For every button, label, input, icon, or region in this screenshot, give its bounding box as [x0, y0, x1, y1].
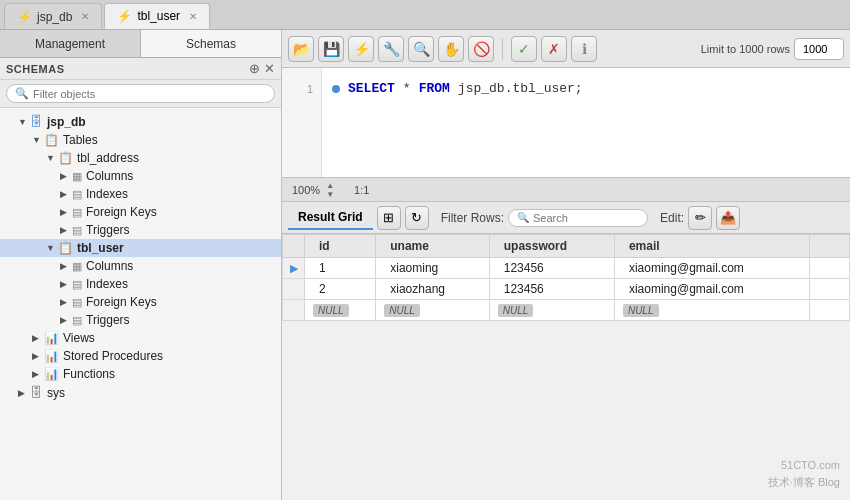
refresh-button[interactable]: ↻: [405, 206, 429, 230]
edit-pencil-button[interactable]: ✏: [688, 206, 712, 230]
tab-result-grid[interactable]: Result Grid: [288, 206, 373, 230]
tree-item-tables[interactable]: ▼ 📋 Tables: [0, 131, 281, 149]
hand-button[interactable]: ✋: [438, 36, 464, 62]
tree-label-views: Views: [63, 331, 95, 345]
col-header-upassword[interactable]: upassword: [489, 235, 614, 258]
null-indicator: [283, 300, 305, 321]
null-id: NULL: [305, 300, 376, 321]
col-header-uname[interactable]: uname: [376, 235, 489, 258]
row-indicator-2: [283, 279, 305, 300]
edit-export-button[interactable]: 📤: [716, 206, 740, 230]
table-row[interactable]: 2 xiaozhang 123456 xiaoming@gmail.com: [283, 279, 850, 300]
magnify-button[interactable]: 🔍: [408, 36, 434, 62]
tree-item-columns-user[interactable]: ▶ ▦ Columns: [0, 257, 281, 275]
filter-rows-search[interactable]: 🔍: [508, 209, 648, 227]
tree-item-columns-addr[interactable]: ▶ ▦ Columns: [0, 167, 281, 185]
tree-label-sys: sys: [47, 386, 65, 400]
zoom-status: 100% ▲ ▼: [292, 181, 334, 199]
cancel-button[interactable]: ✗: [541, 36, 567, 62]
open-file-button[interactable]: 📂: [288, 36, 314, 62]
arrow-idx-addr-icon: ▶: [60, 189, 72, 199]
tree-label-indexes-addr: Indexes: [86, 187, 128, 201]
results-tabs-bar: Result Grid ⊞ ↻ Filter Rows: 🔍 Edit: ✏ 📤: [282, 202, 850, 234]
arrow-views-icon: ▶: [32, 333, 44, 343]
top-tab-bar: ⚡ jsp_db ✕ ⚡ tbl_user ✕: [0, 0, 850, 30]
tree-label-triggers-addr: Triggers: [86, 223, 130, 237]
fn-icon: 📊: [44, 367, 59, 381]
tree-item-triggers-addr[interactable]: ▶ ▤ Triggers: [0, 221, 281, 239]
filter-input[interactable]: [33, 88, 266, 100]
zoom-down-icon[interactable]: ▼: [326, 190, 334, 199]
fk-addr-icon: ▤: [72, 206, 82, 219]
add-schema-icon[interactable]: ⊕: [249, 61, 260, 76]
null-badge-email: NULL: [623, 304, 659, 317]
limit-label: Limit to 1000 rows: [701, 43, 790, 55]
tree-item-indexes-addr[interactable]: ▶ ▤ Indexes: [0, 185, 281, 203]
arrow-fn-icon: ▶: [32, 369, 44, 379]
sql-table-name: jsp_db.tbl_user;: [458, 78, 583, 100]
results-area: Result Grid ⊞ ↻ Filter Rows: 🔍 Edit: ✏ 📤: [282, 202, 850, 500]
filter-rows-input[interactable]: [533, 212, 639, 224]
tree-item-jsp-db[interactable]: ▼ 🗄 jsp_db: [0, 112, 281, 131]
arrow-trig-addr-icon: ▶: [60, 225, 72, 235]
zoom-value: 100%: [292, 184, 320, 196]
tree-label-tbl-user: tbl_user: [77, 241, 124, 255]
sidebar: Management Schemas SCHEMAS ⊕ ✕ 🔍: [0, 30, 282, 500]
sidebar-tab-schemas[interactable]: Schemas: [141, 30, 281, 57]
stop-button[interactable]: 🚫: [468, 36, 494, 62]
close-sidebar-icon[interactable]: ✕: [264, 61, 275, 76]
position-status: 1:1: [354, 184, 369, 196]
tree-item-views[interactable]: ▶ 📊 Views: [0, 329, 281, 347]
tab-tbl-user[interactable]: ⚡ tbl_user ✕: [104, 3, 210, 29]
tab-close-jsp-db[interactable]: ✕: [81, 11, 89, 22]
limit-row-input[interactable]: 1000: [794, 38, 844, 60]
sidebar-tab-management[interactable]: Management: [0, 30, 141, 57]
table-wrap[interactable]: id uname upassword email ▶ 1 xiaoming 1: [282, 234, 850, 500]
sidebar-header-icons: ⊕ ✕: [249, 61, 275, 76]
null-badge-upassword: NULL: [498, 304, 534, 317]
tab-label-jsp-db: jsp_db: [37, 10, 72, 24]
arrow-idx-user-icon: ▶: [60, 279, 72, 289]
run-query-button[interactable]: ⚡: [348, 36, 374, 62]
null-upassword: NULL: [489, 300, 614, 321]
columns-user-icon: ▦: [72, 260, 82, 273]
line-indicator-dot: [332, 85, 340, 93]
tree-item-tbl-user[interactable]: ▼ 📋 tbl_user: [0, 239, 281, 257]
table-row[interactable]: ▶ 1 xiaoming 123456 xiaoming@gmail.com: [283, 258, 850, 279]
sql-line-1: SELECT * FROM jsp_db.tbl_user;: [332, 78, 840, 100]
tree-item-triggers-user[interactable]: ▶ ▤ Triggers: [0, 311, 281, 329]
zoom-stepper[interactable]: ▲ ▼: [326, 181, 334, 199]
wrench-button[interactable]: 🔧: [378, 36, 404, 62]
editor-content[interactable]: SELECT * FROM jsp_db.tbl_user;: [322, 68, 850, 177]
cell-upassword-1: 123456: [489, 258, 614, 279]
trig-user-icon: ▤: [72, 314, 82, 327]
tab-close-tbl-user[interactable]: ✕: [189, 11, 197, 22]
tree-label-columns-user: Columns: [86, 259, 133, 273]
save-button[interactable]: 💾: [318, 36, 344, 62]
confirm-button[interactable]: ✓: [511, 36, 537, 62]
tree-item-sys[interactable]: ▶ 🗄 sys: [0, 383, 281, 402]
db-icon: 🗄: [30, 114, 43, 129]
editor-gutter: 1: [282, 68, 322, 177]
info-button[interactable]: ℹ: [571, 36, 597, 62]
tree-item-fk-user[interactable]: ▶ ▤ Foreign Keys: [0, 293, 281, 311]
tree-item-tbl-address[interactable]: ▼ 📋 tbl_address: [0, 149, 281, 167]
tree-label-functions: Functions: [63, 367, 115, 381]
tab-jsp-db[interactable]: ⚡ jsp_db ✕: [4, 3, 102, 29]
col-header-id[interactable]: id: [305, 235, 376, 258]
toolbar-separator: [502, 38, 503, 60]
tree-item-fk-addr[interactable]: ▶ ▤ Foreign Keys: [0, 203, 281, 221]
tab-label-tbl-user: tbl_user: [137, 9, 180, 23]
tree-label-tables: Tables: [63, 133, 98, 147]
tree-item-stored-procedures[interactable]: ▶ 📊 Stored Procedures: [0, 347, 281, 365]
cell-upassword-2: 123456: [489, 279, 614, 300]
arrow-tbluser-icon: ▼: [46, 243, 58, 253]
table-header-row: id uname upassword email: [283, 235, 850, 258]
col-header-email[interactable]: email: [614, 235, 809, 258]
null-extra: [810, 300, 850, 321]
tree-item-functions[interactable]: ▶ 📊 Functions: [0, 365, 281, 383]
grid-format-button[interactable]: ⊞: [377, 206, 401, 230]
tree-item-indexes-user[interactable]: ▶ ▤ Indexes: [0, 275, 281, 293]
zoom-up-icon[interactable]: ▲: [326, 181, 334, 190]
tree-label-stored-procedures: Stored Procedures: [63, 349, 163, 363]
